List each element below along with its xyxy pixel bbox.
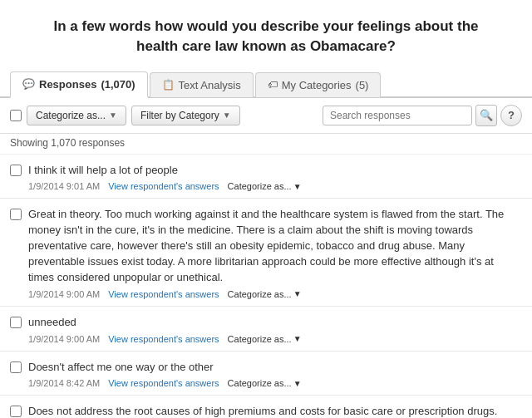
showing-count: Showing 1,070 responses bbox=[0, 134, 532, 155]
response-checkbox-1[interactable] bbox=[10, 165, 22, 176]
response-text-5: Does not address the root causes of high… bbox=[28, 404, 522, 418]
response-content-5: Does not address the root causes of high… bbox=[28, 404, 522, 418]
response-list: I think it will help a lot of people 1/9… bbox=[0, 155, 532, 418]
response-content-4: Doesn't affect me one way or the other 1… bbox=[28, 360, 522, 389]
my-categories-icon: 🏷 bbox=[268, 79, 278, 91]
response-row: Great in theory. Too much working agains… bbox=[0, 199, 532, 306]
categorize-response-link-1[interactable]: Categorize as... ▼ bbox=[228, 181, 302, 191]
tab-text-analysis[interactable]: 📋 Text Analysis bbox=[150, 72, 254, 97]
filter-dropdown-arrow: ▼ bbox=[223, 111, 231, 120]
categorize-response-link-3[interactable]: Categorize as... ▼ bbox=[228, 334, 302, 344]
help-button[interactable]: ? bbox=[500, 105, 522, 126]
response-content-2: Great in theory. Too much working agains… bbox=[28, 207, 522, 298]
view-respondent-link-3[interactable]: View respondent's answers bbox=[108, 334, 219, 344]
response-date-3: 1/9/2014 9:00 AM bbox=[28, 334, 100, 344]
response-text-1: I think it will help a lot of people bbox=[28, 163, 522, 179]
tab-responses-count: (1,070) bbox=[101, 78, 135, 91]
response-row: Does not address the root causes of high… bbox=[0, 396, 532, 418]
filter-by-category-button[interactable]: Filter by Category ▼ bbox=[131, 106, 240, 125]
filter-label: Filter by Category bbox=[140, 110, 219, 121]
showing-count-text: Showing 1,070 responses bbox=[10, 137, 125, 149]
response-text-4: Doesn't affect me one way or the other bbox=[28, 360, 522, 376]
categorize-arrow-3: ▼ bbox=[293, 334, 302, 343]
response-content-1: I think it will help a lot of people 1/9… bbox=[28, 163, 522, 192]
search-icon: 🔍 bbox=[480, 109, 493, 121]
response-text-3: unneeded bbox=[28, 315, 522, 331]
search-area: 🔍 ? bbox=[323, 105, 522, 126]
view-respondent-link-4[interactable]: View respondent's answers bbox=[108, 378, 219, 388]
select-all-checkbox[interactable] bbox=[10, 110, 22, 121]
response-meta-4: 1/9/2014 8:42 AM View respondent's answe… bbox=[28, 378, 522, 388]
response-row: Doesn't affect me one way or the other 1… bbox=[0, 352, 532, 396]
tab-my-categories-count: (5) bbox=[356, 79, 369, 91]
categorize-arrow-2: ▼ bbox=[293, 289, 302, 298]
response-date-4: 1/9/2014 8:42 AM bbox=[28, 378, 100, 388]
responses-icon: 💬 bbox=[22, 78, 35, 90]
question-text: In a few words how would you describe yo… bbox=[53, 18, 478, 54]
search-button[interactable]: 🔍 bbox=[475, 105, 497, 126]
categorize-arrow-4: ▼ bbox=[293, 379, 302, 388]
categorize-as-label: Categorize as... bbox=[36, 110, 106, 121]
response-checkbox-4[interactable] bbox=[10, 361, 22, 373]
tab-responses[interactable]: 💬 Responses (1,070) bbox=[10, 71, 148, 98]
response-checkbox-3[interactable] bbox=[10, 317, 22, 328]
toolbar: Categorize as... ▼ Filter by Category ▼ … bbox=[0, 98, 532, 134]
response-row: unneeded 1/9/2014 9:00 AM View responden… bbox=[0, 307, 532, 352]
view-respondent-link-2[interactable]: View respondent's answers bbox=[108, 289, 219, 299]
response-meta-3: 1/9/2014 9:00 AM View respondent's answe… bbox=[28, 334, 522, 344]
categorize-as-button[interactable]: Categorize as... ▼ bbox=[27, 106, 126, 125]
categorize-dropdown-arrow: ▼ bbox=[109, 111, 117, 120]
tab-responses-label: Responses bbox=[39, 78, 96, 91]
categorize-response-link-2[interactable]: Categorize as... ▼ bbox=[228, 289, 302, 299]
text-analysis-icon: 📋 bbox=[162, 79, 175, 91]
question-header: In a few words how would you describe yo… bbox=[0, 0, 532, 70]
response-date-2: 1/9/2014 9:00 AM bbox=[28, 289, 100, 299]
response-checkbox-5[interactable] bbox=[10, 406, 22, 417]
response-meta-1: 1/9/2014 9:01 AM View respondent's answe… bbox=[28, 181, 522, 191]
view-respondent-link-1[interactable]: View respondent's answers bbox=[108, 181, 219, 191]
categorize-arrow-1: ▼ bbox=[293, 182, 302, 191]
tab-my-categories-label: My Categories bbox=[282, 79, 352, 91]
response-date-1: 1/9/2014 9:01 AM bbox=[28, 181, 100, 191]
tabs-bar: 💬 Responses (1,070) 📋 Text Analysis 🏷 My… bbox=[0, 70, 532, 98]
search-input[interactable] bbox=[323, 106, 472, 125]
tab-text-analysis-label: Text Analysis bbox=[179, 79, 241, 91]
response-meta-2: 1/9/2014 9:00 AM View respondent's answe… bbox=[28, 289, 522, 299]
tab-my-categories[interactable]: 🏷 My Categories (5) bbox=[255, 72, 382, 97]
help-icon: ? bbox=[508, 109, 515, 121]
response-text-2: Great in theory. Too much working agains… bbox=[28, 207, 522, 285]
categorize-response-link-4[interactable]: Categorize as... ▼ bbox=[228, 378, 302, 388]
response-checkbox-2[interactable] bbox=[10, 209, 22, 220]
response-row: I think it will help a lot of people 1/9… bbox=[0, 155, 532, 199]
response-content-3: unneeded 1/9/2014 9:00 AM View responden… bbox=[28, 315, 522, 344]
